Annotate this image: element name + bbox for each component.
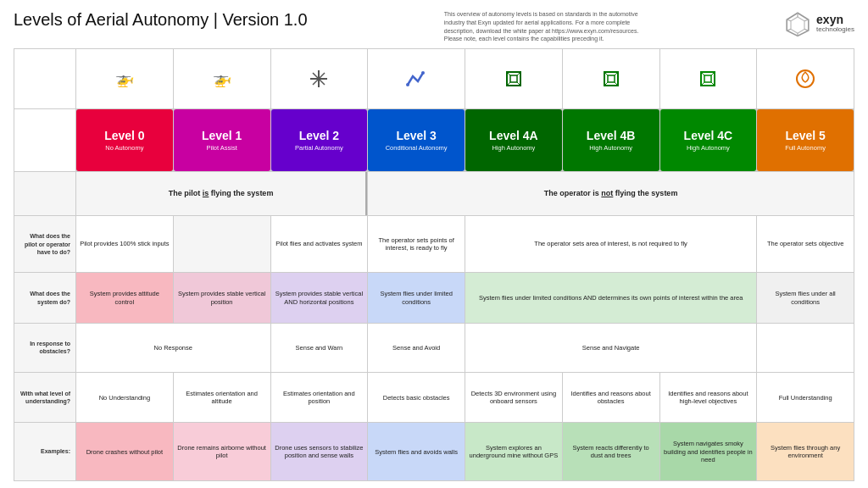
- section-pilot-header: The pilot is flying the system: [76, 172, 367, 215]
- svg-point-12: [406, 83, 409, 86]
- logo: exyn technologies: [784, 10, 854, 37]
- example-lv4c: System navigates smoky building and iden…: [660, 423, 757, 480]
- obstacles-lv3: Sense and Avoid: [368, 324, 465, 373]
- icon-lv0: 🚁: [76, 49, 173, 108]
- level-4c-name: High Autonomy: [687, 144, 730, 152]
- svg-rect-27: [704, 75, 711, 82]
- example-lv0: Drone crashes without pilot: [76, 423, 173, 480]
- title-main: Levels of Aerial Autonomy: [14, 10, 209, 29]
- level-4c-number: Level 4C: [684, 128, 733, 143]
- section-operator-label: The operator is not flying the system: [544, 189, 678, 198]
- understanding-lv3: Detects basic obstacles: [368, 373, 465, 422]
- row-obstacles-label: In response to obstacles?: [14, 324, 75, 373]
- understanding-lv2: Estimates orientation and position: [271, 373, 368, 422]
- operator-lv1: [174, 216, 270, 273]
- understanding-lv1: Estimates orientation and altitude: [174, 373, 270, 422]
- operator-lv5: The operator sets objective: [757, 216, 854, 273]
- operator-lv2: Pilot flies and activates system: [271, 216, 368, 273]
- icon-lv4b: [563, 49, 659, 108]
- icon-empty: [14, 49, 75, 108]
- example-lv5: System flies through any environment: [757, 423, 854, 480]
- operator-lv3: The operator sets points of interest, is…: [368, 216, 465, 273]
- example-lv4b: System reacts differently to dust and tr…: [563, 423, 659, 480]
- level-header-4a: Level 4A High Autonomy: [465, 109, 562, 171]
- header-left: Levels of Aerial Autonomy | Version 1.0: [14, 10, 308, 30]
- operator-lv4a-4c: The operator sets area of interest, is n…: [465, 216, 756, 273]
- obstacles-lv5: [757, 324, 854, 373]
- operator-lv0: Pilot provides 100% stick inputs: [76, 216, 173, 273]
- icon-lv3: [368, 49, 465, 108]
- svg-point-13: [421, 71, 425, 75]
- svg-marker-1: [791, 17, 804, 33]
- logo-name: exyn: [816, 13, 843, 26]
- level-header-2: Level 2 Partial Autonomy: [271, 109, 368, 171]
- svg-rect-21: [608, 75, 615, 82]
- level-2-number: Level 2: [299, 128, 339, 143]
- level-4b-name: High Autonomy: [589, 144, 632, 152]
- level-2-name: Partial Autonomy: [295, 144, 343, 152]
- level-header-empty: [14, 109, 75, 171]
- level-header-1: Level 1 Pilot Assist: [174, 109, 270, 171]
- level-4a-number: Level 4A: [489, 128, 538, 143]
- level-1-name: Pilot Assist: [206, 144, 236, 152]
- main-grid: 🚁 🚁 Level 0 No Autonomy Level 1 Pilot As…: [14, 48, 854, 481]
- obstacles-lv4a-4c: Sense and Navigate: [465, 324, 756, 373]
- icon-lv4c: [660, 49, 757, 108]
- page-title: Levels of Aerial Autonomy | Version 1.0: [14, 10, 308, 30]
- level-0-name: No Autonomy: [105, 144, 143, 152]
- system-lv2: System provides stable vertical AND hori…: [271, 273, 368, 322]
- level-3-number: Level 3: [396, 128, 436, 143]
- row-understanding-label: With what level of understanding?: [14, 373, 75, 422]
- header-description: This overview of autonomy levels is base…: [427, 10, 665, 43]
- example-lv2: Drone uses sensors to stabilize position…: [271, 423, 368, 480]
- level-header-4c: Level 4C High Autonomy: [660, 109, 757, 171]
- section-empty: [14, 172, 75, 215]
- level-1-number: Level 1: [202, 128, 242, 143]
- level-3-name: Conditional Autonomy: [386, 144, 448, 152]
- understanding-lv0: No Understanding: [76, 373, 173, 422]
- row-operator-label: What does the pilot or operator have to …: [14, 216, 75, 273]
- level-4a-name: High Autonomy: [492, 144, 535, 152]
- row-examples-label: Examples:: [14, 423, 75, 480]
- exyn-logo-icon: [784, 10, 811, 37]
- understanding-lv5: Full Understanding: [757, 373, 854, 422]
- section-operator-header: The operator is not flying the system: [368, 172, 854, 215]
- row-system-label: What does the system do?: [14, 273, 75, 322]
- header: Levels of Aerial Autonomy | Version 1.0 …: [14, 10, 854, 43]
- section-pilot-label: The pilot is flying the system: [169, 189, 274, 198]
- level-header-3: Level 3 Conditional Autonomy: [368, 109, 465, 171]
- description-text: This overview of autonomy levels is base…: [444, 11, 639, 42]
- logo-text: exyn technologies: [816, 14, 854, 34]
- obstacles-lv0-1: No Response: [76, 324, 270, 373]
- icon-lv4a: [465, 49, 562, 108]
- system-lv1: System provides stable vertical position: [174, 273, 270, 322]
- system-lv0: System provides attitude control: [76, 273, 173, 322]
- system-lv4a-4c: System flies under limited conditions AN…: [465, 273, 756, 322]
- svg-rect-15: [510, 75, 517, 82]
- logo-sub: technologies: [816, 26, 854, 34]
- level-header-0: Level 0 No Autonomy: [76, 109, 173, 171]
- icon-lv5: [757, 49, 854, 108]
- understanding-lv4b: Identifies and reasons about obstacles: [563, 373, 659, 422]
- level-header-5: Level 5 Full Autonomy: [757, 109, 854, 171]
- obstacles-lv2: Sense and Warn: [271, 324, 368, 373]
- level-4b-number: Level 4B: [587, 128, 636, 143]
- understanding-lv4c: Identifies and reasons about high-level …: [660, 373, 757, 422]
- icon-lv1: 🚁: [174, 49, 270, 108]
- level-5-number: Level 5: [785, 128, 825, 143]
- icon-lv2: [271, 49, 368, 108]
- level-0-number: Level 0: [104, 128, 144, 143]
- system-lv5: System flies under all conditions: [757, 273, 854, 322]
- example-lv4a: System explores an underground mine with…: [465, 423, 562, 480]
- system-lv3: System flies under limited conditions: [368, 273, 465, 322]
- level-header-4b: Level 4B High Autonomy: [563, 109, 659, 171]
- understanding-lv4a: Detects 3D environment using onboard sen…: [465, 373, 562, 422]
- page: Levels of Aerial Autonomy | Version 1.0 …: [0, 0, 868, 488]
- level-5-name: Full Autonomy: [785, 144, 826, 152]
- example-lv1: Drone remains airborne without pilot: [174, 423, 270, 480]
- title-version: | Version 1.0: [214, 10, 308, 29]
- example-lv3: System flies and avoids walls: [368, 423, 465, 480]
